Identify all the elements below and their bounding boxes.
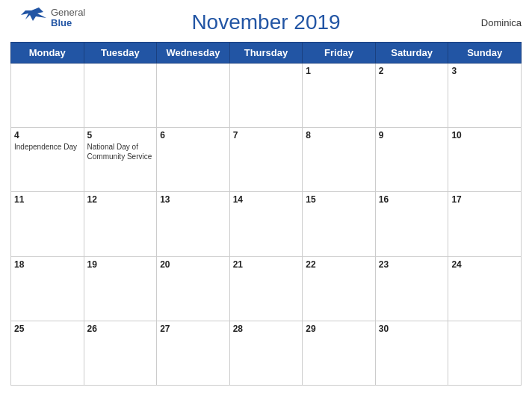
calendar-week-row: 252627282930 — [11, 321, 522, 385]
day-number: 26 — [87, 324, 154, 334]
calendar-cell: 13 — [157, 192, 230, 256]
logo-area: General Blue — [10, 7, 85, 34]
calendar-cell: 15 — [303, 192, 376, 256]
calendar-cell: 14 — [229, 192, 303, 256]
day-number: 24 — [451, 259, 518, 270]
calendar-cell: 5National Day of Community Service — [84, 128, 157, 192]
day-number: 27 — [160, 324, 226, 334]
day-number: 13 — [160, 194, 226, 205]
day-number: 9 — [379, 130, 445, 140]
day-number: 18 — [14, 259, 81, 270]
calendar-cell: 17 — [448, 192, 522, 256]
day-number: 12 — [87, 194, 154, 205]
country-name: Dominica — [481, 17, 522, 28]
day-number: 25 — [14, 324, 81, 334]
calendar-cell: 11 — [11, 192, 84, 256]
header-sunday: Sunday — [448, 43, 522, 64]
calendar-cell: 20 — [157, 256, 230, 321]
calendar-cell: 6 — [157, 128, 230, 192]
day-number: 3 — [451, 66, 518, 76]
calendar-cell: 4Independence Day — [11, 128, 84, 192]
logo-blue: Blue — [51, 18, 85, 28]
calendar-cell: 9 — [375, 128, 448, 192]
calendar-week-row: 123 — [11, 64, 522, 128]
day-number: 22 — [306, 259, 372, 270]
day-number: 14 — [233, 194, 300, 205]
calendar-cell: 8 — [303, 128, 376, 192]
day-number: 19 — [87, 259, 154, 270]
calendar-cell: 26 — [84, 321, 157, 385]
calendar-cell: 24 — [448, 256, 522, 321]
svg-marker-0 — [21, 7, 46, 21]
weekday-header-row: Monday Tuesday Wednesday Thursday Friday… — [11, 43, 522, 64]
calendar-cell: 18 — [11, 256, 84, 321]
logo-icon — [10, 7, 49, 34]
calendar-cell: 10 — [448, 128, 522, 192]
day-number: 30 — [379, 324, 445, 334]
day-number: 5 — [87, 130, 154, 140]
calendar-week-row: 11121314151617 — [11, 192, 522, 256]
day-number: 11 — [14, 194, 81, 205]
month-title: November 2019 — [191, 10, 340, 34]
calendar-cell: 16 — [375, 192, 448, 256]
calendar-cell: 1 — [303, 64, 376, 128]
day-number: 2 — [379, 66, 445, 76]
calendar-cell: 23 — [375, 256, 448, 321]
calendar-cell: 7 — [229, 128, 303, 192]
day-number: 8 — [306, 130, 372, 140]
holiday-label: Independence Day — [14, 142, 81, 152]
day-number: 17 — [451, 194, 518, 205]
day-number: 20 — [160, 259, 226, 270]
calendar-cell: 12 — [84, 192, 157, 256]
day-number: 16 — [379, 194, 445, 205]
calendar-cell — [157, 64, 230, 128]
day-number: 7 — [233, 130, 300, 140]
calendar-cell: 30 — [375, 321, 448, 385]
day-number: 1 — [306, 66, 372, 76]
day-number: 6 — [160, 130, 226, 140]
calendar-cell — [84, 64, 157, 128]
header-thursday: Thursday — [229, 43, 303, 64]
header-friday: Friday — [303, 43, 376, 64]
calendar-header: General Blue November 2019 Dominica — [10, 7, 522, 37]
header-saturday: Saturday — [375, 43, 448, 64]
calendar-cell: 2 — [375, 64, 448, 128]
calendar-cell: 21 — [229, 256, 303, 321]
calendar-cell — [11, 64, 84, 128]
day-number: 23 — [379, 259, 445, 270]
calendar-table: Monday Tuesday Wednesday Thursday Friday… — [10, 42, 522, 386]
holiday-label: National Day of Community Service — [87, 142, 154, 161]
calendar-container: General Blue November 2019 Dominica Mond… — [0, 0, 532, 411]
header-wednesday: Wednesday — [157, 43, 230, 64]
logo-text: General Blue — [51, 7, 85, 29]
calendar-week-row: 4Independence Day5National Day of Commun… — [11, 128, 522, 192]
day-number: 10 — [451, 130, 518, 140]
day-number: 15 — [306, 194, 372, 205]
calendar-cell: 27 — [157, 321, 230, 385]
calendar-cell: 19 — [84, 256, 157, 321]
logo-general: General — [51, 7, 85, 18]
header-tuesday: Tuesday — [84, 43, 157, 64]
day-number: 4 — [14, 130, 81, 140]
calendar-week-row: 18192021222324 — [11, 256, 522, 321]
calendar-cell: 22 — [303, 256, 376, 321]
calendar-cell — [229, 64, 303, 128]
day-number: 21 — [233, 259, 300, 270]
day-number: 29 — [306, 324, 372, 334]
day-number: 28 — [233, 324, 300, 334]
calendar-cell — [448, 321, 522, 385]
header-monday: Monday — [11, 43, 84, 64]
calendar-cell: 28 — [229, 321, 303, 385]
calendar-cell: 3 — [448, 64, 522, 128]
calendar-cell: 25 — [11, 321, 84, 385]
calendar-cell: 29 — [303, 321, 376, 385]
